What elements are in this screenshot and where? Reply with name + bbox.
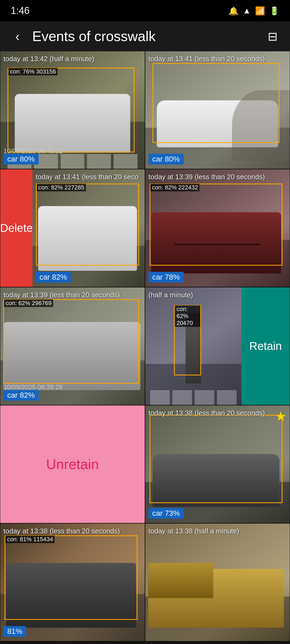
timestamp-5: (half a minute): [148, 291, 193, 300]
conf-label-4: con: 62% 296769: [4, 299, 53, 307]
delete-action[interactable]: Delete: [0, 169, 32, 287]
label-badge-2: car 82%: [36, 272, 71, 283]
event-cell-6[interactable]: Unretain: [0, 405, 145, 523]
unretain-action[interactable]: Unretain: [0, 405, 145, 523]
battery-icon: 🔋: [269, 6, 279, 16]
delete-label: Delete: [0, 222, 32, 235]
status-icons: 🔔 ▲ 📶 🔋: [229, 6, 279, 16]
conf-label-5: con: 62% 20470: [175, 305, 200, 327]
timestamp-7: today at 13:38 (less than 20 seconds): [148, 409, 265, 418]
event-cell-1[interactable]: today at 13:41 (less than 20 seconds) ca…: [145, 51, 290, 169]
page-title: Events of crosswalk: [32, 28, 258, 44]
event-cell-0[interactable]: con: 76% 303156 today at 13:42 (half a m…: [0, 51, 145, 169]
event-cell-2[interactable]: Delete con: 82% 227285 today at 13:41 (l…: [0, 169, 145, 287]
date-overlay-4: 10/09/2025 06:39:28: [3, 383, 63, 391]
label-badge-4: car 82%: [3, 390, 39, 401]
conf-label-8: con: 81% 115434: [5, 536, 55, 543]
top-bar: ‹ Events of crosswalk ⊟: [0, 21, 290, 51]
timestamp-1: today at 13:41 (less than 20 seconds): [148, 54, 265, 64]
timestamp-4: today at 13:39 (less than 20 seconds): [3, 291, 120, 300]
conf-label-3: con: 82% 222432: [150, 184, 200, 191]
status-bar: 1:46 🔔 ▲ 📶 🔋: [0, 0, 290, 21]
timestamp-8: today at 13:38 (less than 20 seconds): [3, 527, 120, 536]
event-cell-9[interactable]: today at 13:38 (half a minute): [145, 523, 290, 641]
events-grid: con: 76% 303156 today at 13:42 (half a m…: [0, 51, 290, 644]
unretain-label: Unretain: [46, 456, 99, 472]
timestamp-9: today at 13:38 (half a minute): [148, 527, 239, 536]
event-cell-4[interactable]: con: 62% 296769 today at 13:39 (less tha…: [0, 287, 145, 405]
label-badge-1: car 80%: [148, 154, 184, 164]
notifications-icon: 🔔: [229, 6, 238, 16]
back-button[interactable]: ‹: [8, 27, 27, 46]
event-cell-7[interactable]: today at 13:38 (less than 20 seconds) ca…: [145, 405, 290, 523]
timestamp-2: today at 13:41 (less than 20 seco: [36, 173, 139, 182]
wifi-icon: ▲: [243, 6, 251, 15]
filter-icon: ⊟: [268, 30, 278, 43]
label-badge-0: car 80%: [3, 154, 39, 164]
star-icon-7: ★: [275, 409, 287, 424]
event-cell-3[interactable]: con: 82% 222432 today at 13:39 (less tha…: [145, 169, 290, 287]
timestamp-0: today at 13:42 (half a minute): [3, 54, 94, 64]
label-badge-7: car 73%: [148, 508, 184, 519]
event-cell-5[interactable]: con: 62% 20470 (half a minute) Retain: [145, 287, 290, 405]
retain-action[interactable]: Retain: [241, 287, 290, 405]
status-time: 1:46: [11, 5, 30, 16]
filter-button[interactable]: ⊟: [263, 27, 282, 46]
date-overlay-0: 10/09/2025 06:43:02: [3, 147, 63, 155]
conf-label-2: con: 82% 227285: [37, 184, 86, 191]
conf-label-0: con: 76% 303156: [8, 68, 57, 75]
label-badge-3: car 78%: [148, 272, 184, 283]
back-arrow-icon: ‹: [15, 29, 20, 44]
label-badge-8: 81%: [3, 626, 26, 637]
timestamp-3: today at 13:39 (less than 20 seconds): [148, 173, 265, 182]
signal-icon: 📶: [255, 6, 265, 16]
event-cell-8[interactable]: con: 81% 115434 today at 13:38 (less tha…: [0, 523, 145, 641]
retain-label: Retain: [249, 340, 282, 353]
